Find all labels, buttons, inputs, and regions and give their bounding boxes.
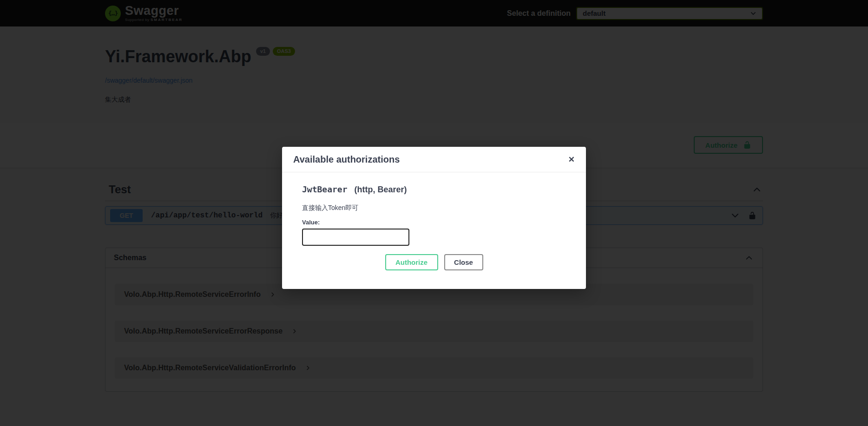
auth-scheme-title: JwtBearer (http, Bearer)	[302, 184, 566, 195]
authorizations-modal: Available authorizations ✕ JwtBearer (ht…	[282, 147, 586, 289]
token-value-input[interactable]	[302, 229, 409, 246]
modal-title: Available authorizations	[293, 154, 400, 165]
modal-authorize-button[interactable]: Authorize	[385, 254, 438, 270]
auth-scheme-description: 直接输入Token即可	[302, 204, 566, 212]
modal-close-button[interactable]: Close	[444, 254, 483, 270]
modal-body: JwtBearer (http, Bearer) 直接输入Token即可 Val…	[282, 172, 586, 289]
auth-scheme-type: (http, Bearer)	[355, 185, 407, 194]
modal-header: Available authorizations ✕	[282, 147, 586, 172]
auth-scheme-name: JwtBearer	[302, 184, 348, 194]
close-icon[interactable]: ✕	[568, 156, 575, 164]
modal-actions: Authorize Close	[302, 254, 566, 270]
value-label: Value:	[302, 219, 566, 226]
